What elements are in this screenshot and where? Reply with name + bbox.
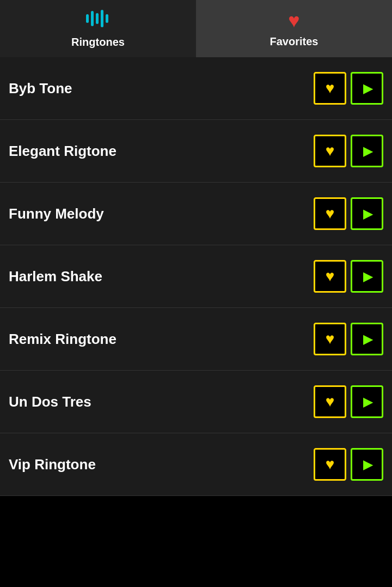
ringtone-name: Harlem Shake: [9, 268, 102, 285]
ringtone-name: Elegant Rigtone: [9, 143, 117, 160]
svg-rect-4: [106, 14, 108, 23]
favorites-heart-icon: ♥: [288, 9, 299, 32]
ringtone-name: Byb Tone: [9, 80, 72, 97]
ringtone-actions: ♥ ▶: [314, 197, 383, 230]
list-item: Byb Tone ♥ ▶: [0, 57, 392, 120]
play-icon: ▶: [363, 143, 373, 159]
heart-icon: ♥: [326, 80, 335, 97]
play-icon: ▶: [363, 394, 373, 409]
play-button[interactable]: ▶: [351, 323, 383, 355]
favorite-button[interactable]: ♥: [314, 197, 346, 230]
play-button[interactable]: ▶: [351, 448, 383, 481]
ringtone-actions: ♥ ▶: [314, 448, 383, 481]
favorite-button[interactable]: ♥: [314, 448, 346, 481]
play-button[interactable]: ▶: [351, 385, 383, 418]
svg-rect-3: [101, 10, 103, 27]
ringtone-actions: ♥ ▶: [314, 385, 383, 418]
list-item: Elegant Rigtone ♥ ▶: [0, 120, 392, 183]
tab-favorites[interactable]: ♥ Favorites: [196, 0, 392, 57]
audio-waveform-icon: [85, 9, 111, 33]
heart-icon: ♥: [326, 393, 335, 410]
favorite-button[interactable]: ♥: [314, 135, 346, 167]
ringtone-name: Remix Ringtone: [9, 331, 117, 348]
ringtone-actions: ♥ ▶: [314, 323, 383, 355]
play-icon: ▶: [363, 457, 373, 472]
favorite-button[interactable]: ♥: [314, 72, 346, 105]
ringtone-name: Funny Melody: [9, 205, 104, 222]
list-item: Vip Ringtone ♥ ▶: [0, 433, 392, 496]
ringtone-name: Vip Ringtone: [9, 456, 96, 473]
heart-icon: ♥: [326, 142, 335, 160]
play-button[interactable]: ▶: [351, 135, 383, 167]
play-button[interactable]: ▶: [351, 72, 383, 105]
heart-icon: ♥: [326, 330, 335, 348]
svg-rect-1: [91, 11, 94, 26]
ringtone-actions: ♥ ▶: [314, 135, 383, 167]
heart-icon: ♥: [326, 205, 335, 222]
svg-rect-2: [96, 13, 99, 24]
tab-bar: Ringtones ♥ Favorites: [0, 0, 392, 57]
ringtones-tab-label: Ringtones: [71, 36, 125, 49]
svg-rect-0: [86, 14, 89, 23]
bottom-area: [0, 496, 392, 587]
ringtone-actions: ♥ ▶: [314, 72, 383, 105]
play-button[interactable]: ▶: [351, 197, 383, 230]
favorite-button[interactable]: ♥: [314, 385, 346, 418]
favorite-button[interactable]: ♥: [314, 260, 346, 293]
play-button[interactable]: ▶: [351, 260, 383, 293]
play-icon: ▶: [363, 206, 373, 221]
play-icon: ▶: [363, 331, 373, 347]
list-item: Harlem Shake ♥ ▶: [0, 245, 392, 308]
favorites-tab-label: Favorites: [270, 35, 318, 48]
list-item: Remix Ringtone ♥ ▶: [0, 308, 392, 371]
ringtone-actions: ♥ ▶: [314, 260, 383, 293]
heart-icon: ♥: [326, 268, 335, 285]
list-item: Un Dos Tres ♥ ▶: [0, 371, 392, 433]
ringtone-list: Byb Tone ♥ ▶ Elegant Rigtone ♥ ▶ Funny M…: [0, 57, 392, 496]
play-icon: ▶: [363, 269, 373, 284]
tab-ringtones[interactable]: Ringtones: [0, 0, 196, 57]
favorite-button[interactable]: ♥: [314, 323, 346, 355]
heart-icon: ♥: [326, 456, 335, 473]
ringtone-name: Un Dos Tres: [9, 394, 91, 410]
list-item: Funny Melody ♥ ▶: [0, 183, 392, 245]
play-icon: ▶: [363, 81, 373, 96]
